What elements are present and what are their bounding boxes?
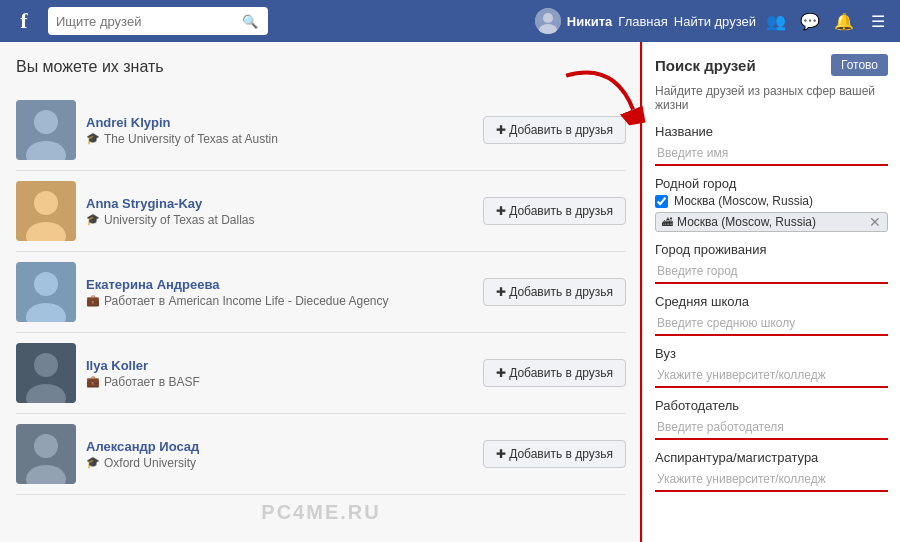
add-friend-button[interactable]: ✚ Добавить в друзья [483, 197, 626, 225]
done-button[interactable]: Готово [831, 54, 888, 76]
add-friend-button[interactable]: ✚ Добавить в друзья [483, 440, 626, 468]
search-fields: Название Родной город Москва (Moscow, Ru… [655, 124, 888, 492]
friend-detail-text: Oxford University [104, 456, 196, 470]
form-label-hometown: Родной город [655, 176, 888, 191]
form-input-university[interactable] [655, 364, 888, 388]
friend-detail: 🎓 University of Texas at Dallas [86, 213, 473, 227]
search-icon: 🔍 [242, 14, 258, 29]
svg-point-1 [543, 13, 553, 23]
nav-avatar [535, 8, 561, 34]
add-friend-button[interactable]: ✚ Добавить в друзья [483, 278, 626, 306]
form-group-employer: Работодатель [655, 398, 888, 440]
right-panel: Поиск друзей Готово Найдите друзей из ра… [642, 42, 900, 542]
checkbox-row-hometown: Москва (Moscow, Russia) [655, 194, 888, 208]
form-input-employer[interactable] [655, 416, 888, 440]
friend-name[interactable]: Ilya Koller [86, 358, 473, 373]
svg-point-13 [34, 353, 58, 377]
friend-avatar [16, 262, 76, 322]
svg-point-16 [34, 434, 58, 458]
add-friend-button[interactable]: ✚ Добавить в друзья [483, 359, 626, 387]
form-label-university: Вуз [655, 346, 888, 361]
form-input-grad_school[interactable] [655, 468, 888, 492]
friend-name[interactable]: Екатерина Андреева [86, 277, 473, 292]
facebook-logo: f [8, 5, 40, 37]
panel-header: Поиск друзей Готово [655, 54, 888, 76]
chat-icon-btn[interactable]: 💬 [796, 7, 824, 35]
friend-card: Andrei Klypin 🎓 The University of Texas … [16, 90, 626, 171]
friend-avatar [16, 181, 76, 241]
friend-detail-text: University of Texas at Dallas [104, 213, 255, 227]
friend-info: Andrei Klypin 🎓 The University of Texas … [86, 115, 473, 146]
friend-detail: 💼 Работает в American Income Life - Diec… [86, 294, 473, 308]
friend-info: Александр Иосад 🎓 Oxford University [86, 439, 473, 470]
notifications-icon-btn[interactable]: 🔔 [830, 7, 858, 35]
form-input-school[interactable] [655, 312, 888, 336]
friend-card: Anna Strygina-Kay 🎓 University of Texas … [16, 171, 626, 252]
selected-tag-hometown: 🏙 Москва (Moscow, Russia) ✕ [655, 212, 888, 232]
friend-card: Екатерина Андреева 💼 Работает в American… [16, 252, 626, 333]
checkbox-hometown[interactable] [655, 195, 668, 208]
form-group-city: Город проживания [655, 242, 888, 284]
friend-name[interactable]: Andrei Klypin [86, 115, 473, 130]
svg-point-10 [34, 272, 58, 296]
friend-detail: 💼 Работает в BASF [86, 375, 473, 389]
friends-icon-btn[interactable]: 👥 [762, 7, 790, 35]
friend-name[interactable]: Anna Strygina-Kay [86, 196, 473, 211]
form-group-university: Вуз [655, 346, 888, 388]
nav-link-find-friends[interactable]: Найти друзей [674, 14, 756, 29]
education-icon: 🎓 [86, 456, 100, 469]
search-input[interactable] [56, 14, 236, 29]
form-label-school: Средняя школа [655, 294, 888, 309]
tag-close-button[interactable]: ✕ [869, 215, 881, 229]
form-label-employer: Работодатель [655, 398, 888, 413]
friend-detail-text: The University of Texas at Austin [104, 132, 278, 146]
tag-inner: 🏙 Москва (Moscow, Russia) [662, 215, 816, 229]
nav-right: Никита Главная Найти друзей 👥 💬 🔔 ☰ [535, 7, 892, 35]
friend-detail-text: Работает в American Income Life - Dieced… [104, 294, 389, 308]
search-bar[interactable]: 🔍 [48, 7, 268, 35]
form-label-grad_school: Аспирантура/магистратура [655, 450, 888, 465]
nav-username[interactable]: Никита [567, 14, 612, 29]
tag-flag-icon: 🏙 [662, 216, 673, 228]
friend-avatar [16, 100, 76, 160]
svg-point-7 [34, 191, 58, 215]
friend-card: Александр Иосад 🎓 Oxford University ✚ До… [16, 414, 626, 495]
friend-avatar [16, 343, 76, 403]
form-group-name: Название [655, 124, 888, 166]
watermark: PC4ME.RU [16, 501, 626, 524]
friend-info: Anna Strygina-Kay 🎓 University of Texas … [86, 196, 473, 227]
svg-point-4 [34, 110, 58, 134]
left-panel: Вы можете их знать Andrei Klypin 🎓 The U… [0, 42, 642, 542]
friend-detail-text: Работает в BASF [104, 375, 200, 389]
work-icon: 💼 [86, 294, 100, 307]
settings-icon-btn[interactable]: ☰ [864, 7, 892, 35]
education-icon: 🎓 [86, 213, 100, 226]
friend-name[interactable]: Александр Иосад [86, 439, 473, 454]
friend-avatar [16, 424, 76, 484]
education-icon: 🎓 [86, 132, 100, 145]
nav-link-home[interactable]: Главная [618, 14, 667, 29]
friend-detail: 🎓 Oxford University [86, 456, 473, 470]
main-container: Вы можете их знать Andrei Klypin 🎓 The U… [0, 42, 900, 542]
work-icon: 💼 [86, 375, 100, 388]
navbar: f 🔍 Никита Главная Найти друзей 👥 💬 🔔 ☰ [0, 0, 900, 42]
form-label-city: Город проживания [655, 242, 888, 257]
form-group-school: Средняя школа [655, 294, 888, 336]
friend-info: Екатерина Андреева 💼 Работает в American… [86, 277, 473, 308]
section-title: Вы можете их знать [16, 58, 626, 76]
add-friend-button[interactable]: ✚ Добавить в друзья [483, 116, 626, 144]
friends-list: Andrei Klypin 🎓 The University of Texas … [16, 90, 626, 495]
form-group-hometown: Родной город Москва (Moscow, Russia) 🏙 М… [655, 176, 888, 232]
form-input-name[interactable] [655, 142, 888, 166]
friend-detail: 🎓 The University of Texas at Austin [86, 132, 473, 146]
friend-card: Ilya Koller 💼 Работает в BASF ✚ Добавить… [16, 333, 626, 414]
friend-info: Ilya Koller 💼 Работает в BASF [86, 358, 473, 389]
panel-title: Поиск друзей [655, 57, 756, 74]
form-input-city[interactable] [655, 260, 888, 284]
form-group-grad_school: Аспирантура/магистратура [655, 450, 888, 492]
tag-text: Москва (Moscow, Russia) [677, 215, 816, 229]
form-label-name: Название [655, 124, 888, 139]
checkbox-label-hometown: Москва (Moscow, Russia) [674, 194, 813, 208]
panel-subtitle: Найдите друзей из разных сфер вашей жизн… [655, 84, 888, 112]
